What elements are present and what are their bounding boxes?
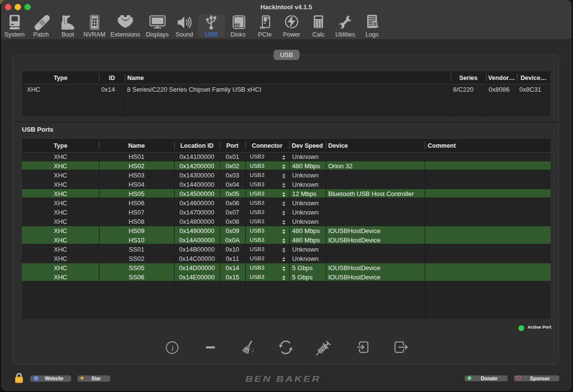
svg-text:i: i: [171, 344, 174, 353]
